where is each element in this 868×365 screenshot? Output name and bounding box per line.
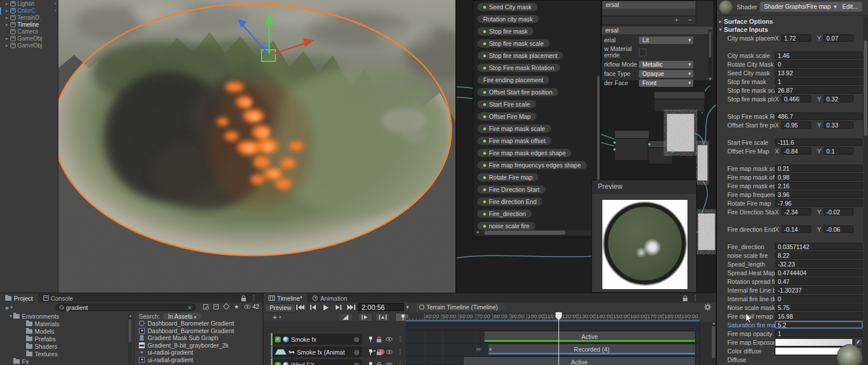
blackboard-property-pill[interactable]: Offset Fire Map xyxy=(477,112,536,121)
lock-icon[interactable] xyxy=(377,339,381,342)
property-value-field[interactable]: 0.03571142 xyxy=(775,243,863,250)
kebab-menu-icon[interactable]: ⋮ xyxy=(397,348,403,356)
timeline-track-header[interactable]: ✓ Smoke fx ◎ xyxy=(263,333,406,345)
goto-start-button[interactable] xyxy=(296,304,305,311)
property-value-field[interactable]: 486.7 xyxy=(775,112,863,120)
folder-tree-item[interactable]: Prefabs xyxy=(0,335,133,342)
lock-icon[interactable] xyxy=(683,298,687,301)
property-value-field[interactable]: 0.98 xyxy=(775,173,863,181)
scroll-up-icon[interactable]: ▲ xyxy=(128,313,133,317)
property-value-field[interactable]: 5.75 xyxy=(775,304,863,311)
edit-mode-mix-button[interactable] xyxy=(358,313,373,322)
blackboard-property-pill[interactable]: Stop fire mask scale xyxy=(477,39,550,48)
blackboard-property-pill[interactable]: Start Fire scale xyxy=(477,100,536,108)
remove-target-button[interactable]: − xyxy=(684,16,696,23)
x-value-field[interactable]: -0.14 xyxy=(781,225,811,233)
property-value-field[interactable]: 13.92 xyxy=(775,69,863,76)
property-value-field[interactable]: 1 xyxy=(775,330,863,337)
target-item[interactable]: ersal xyxy=(602,1,696,9)
curves-view-button[interactable] xyxy=(338,313,353,322)
label-filter-icon[interactable] xyxy=(223,303,229,309)
timeline-track-header[interactable]: ✓ Wind FX ◎ xyxy=(263,359,406,365)
blackboard-property-pill[interactable]: Stop fire mask placement xyxy=(477,52,563,60)
x-value-field[interactable]: 0.466 xyxy=(781,95,811,103)
setting-dropdown[interactable]: Opaque xyxy=(639,70,693,78)
property-value-field[interactable]: 16.98 xyxy=(775,312,863,320)
timeline-clip[interactable]: Active xyxy=(484,331,696,342)
x-value-field[interactable]: -0.95 xyxy=(781,121,811,129)
add-track-dropdown-icon[interactable]: ▾ xyxy=(279,315,281,320)
y-value-field[interactable]: 0.07 xyxy=(823,34,854,42)
kebab-menu-icon[interactable]: ⋮ xyxy=(397,335,403,343)
property-value-field[interactable]: 0 xyxy=(775,60,863,68)
shader-graph-window[interactable]: Seed City mask Rotation city mask Stop f… xyxy=(455,0,717,293)
blackboard-property-pill[interactable]: Fire map mask scale xyxy=(477,125,551,133)
add-target-button[interactable]: ＋ xyxy=(671,16,682,24)
blackboard-property-pill[interactable]: Seed City mask xyxy=(477,3,538,11)
x-value-field[interactable]: -0.84 xyxy=(781,147,811,155)
gear-icon[interactable] xyxy=(704,304,711,311)
search-result-item[interactable]: Dashboard_Barometer Gradient xyxy=(134,327,263,335)
search-result-item[interactable]: Gradient Mask Sub Graph xyxy=(134,334,263,342)
goto-end-button[interactable] xyxy=(347,304,356,311)
pin-icon[interactable] xyxy=(369,362,372,365)
hierarchy-item[interactable]: ▸ Lightin › xyxy=(0,0,58,7)
hierarchy-item[interactable]: ▸ ColorC › xyxy=(0,7,58,14)
y-value-field[interactable]: 0.33 xyxy=(823,121,854,129)
blackboard-property-pill[interactable]: Stop Fire mask Rotation xyxy=(477,64,560,72)
expand-arrow-icon[interactable]: ▸ xyxy=(6,8,10,13)
scrollbar-thumb[interactable] xyxy=(484,231,565,235)
kebab-menu-icon[interactable]: ⋮ xyxy=(397,361,403,365)
property-value-field[interactable]: 5.2 xyxy=(775,321,863,329)
record-target-icon[interactable]: ◎ xyxy=(354,349,360,355)
timeline-breadcrumb[interactable]: Terrain Timeline (Timeline) xyxy=(415,303,506,311)
blackboard-property-pill[interactable]: Fire ending placement xyxy=(477,76,549,84)
y-value-field[interactable]: 0.1 xyxy=(823,147,854,155)
edit-shader-button[interactable]: Edit... xyxy=(838,2,862,12)
search-scope-dropdown[interactable]: In Assets xyxy=(163,313,201,320)
blackboard-property-pill[interactable]: Stop fire mask xyxy=(477,27,534,35)
blackboard-property-pill[interactable]: Fire map mask offset xyxy=(477,137,551,145)
search-result-item[interactable]: ui-radial-gradient xyxy=(134,349,263,356)
tab-project[interactable]: Project xyxy=(0,293,38,303)
eye-icon[interactable] xyxy=(386,350,392,354)
blackboard-property-pill[interactable]: noise scale fire xyxy=(477,222,535,230)
expand-arrow-icon[interactable]: ▸ xyxy=(6,15,10,20)
eye-icon[interactable] xyxy=(386,363,392,365)
search-result-item[interactable]: Gradient_8-bit_grayborder_2k xyxy=(134,342,263,349)
tab-timeline[interactable]: Timeline* xyxy=(263,293,307,303)
folder-tree-item[interactable]: Materials xyxy=(0,320,133,327)
blackboard-property-pill[interactable]: Fire map frequencys edges shape xyxy=(477,161,587,169)
material-thumbnail[interactable] xyxy=(719,1,733,14)
scene-view[interactable] xyxy=(58,0,455,293)
preview-toggle-button[interactable]: Preview xyxy=(265,304,296,312)
surface-options-foldout[interactable]: ▸ Surface Options xyxy=(717,17,868,25)
expand-arrow-icon[interactable]: ▸ xyxy=(6,1,10,6)
setting-dropdown[interactable]: Metallic xyxy=(639,61,693,68)
scroll-down-icon[interactable]: ▼ xyxy=(708,76,712,82)
blackboard-property-pill[interactable]: Offset Start fire position xyxy=(477,88,558,96)
track-enabled-checkbox[interactable]: ✓ xyxy=(275,362,281,365)
property-value-field[interactable]: 0.4744404 xyxy=(775,269,863,276)
property-value-field[interactable]: -32.23 xyxy=(775,260,863,268)
property-value-field[interactable]: -1.30237 xyxy=(775,286,863,294)
property-value-field[interactable]: 0.21 xyxy=(775,165,863,172)
packages-filter-icon[interactable] xyxy=(214,304,219,309)
record-target-icon[interactable]: ◎ xyxy=(354,336,360,342)
property-value-field[interactable]: 3.96 xyxy=(775,191,863,198)
favorites-star-icon[interactable]: ★ xyxy=(234,303,239,310)
surface-inputs-foldout[interactable]: ▾ Surface Inputs xyxy=(717,25,868,34)
blackboard-property-pill[interactable]: Rotation city mask xyxy=(477,15,539,23)
lock-icon[interactable] xyxy=(377,352,381,355)
timeline-clip[interactable]: Recorded (4) xyxy=(488,344,696,355)
property-value-field[interactable]: -111.6 xyxy=(775,138,863,146)
record-target-icon[interactable]: ◎ xyxy=(354,362,360,365)
blackboard-property-pill[interactable]: Fire_direction xyxy=(477,210,532,218)
timeline-clip[interactable]: Active xyxy=(463,356,696,365)
hidden-count[interactable]: 42 xyxy=(244,303,259,310)
clear-search-icon[interactable]: × xyxy=(188,304,192,311)
hierarchy-item[interactable]: ▸ Timeline xyxy=(0,21,58,28)
y-value-field[interactable]: 0.32 xyxy=(823,95,854,103)
previous-frame-button[interactable] xyxy=(308,304,318,311)
settings-scrollbar[interactable]: ▼ xyxy=(708,30,712,76)
